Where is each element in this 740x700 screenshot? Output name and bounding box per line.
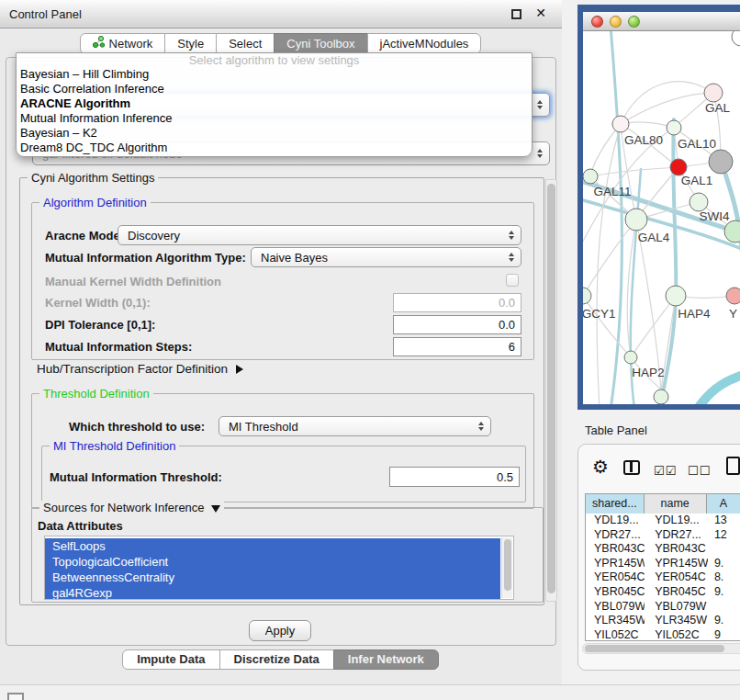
manual-kernel-checkbox[interactable] bbox=[506, 274, 519, 287]
table-cell: YBL079W bbox=[645, 600, 708, 615]
network-node-y[interactable] bbox=[726, 288, 740, 304]
network-node-swi4[interactable] bbox=[690, 193, 708, 211]
combo-arrows-icon bbox=[537, 149, 543, 158]
network-node-gal4[interactable] bbox=[625, 209, 647, 231]
function-builder-icon[interactable] bbox=[726, 457, 740, 475]
float-window-icon[interactable] bbox=[511, 9, 521, 19]
minimize-traffic-light[interactable] bbox=[610, 16, 622, 28]
column-header-2[interactable]: A bbox=[707, 494, 740, 514]
table-row[interactable]: YPR145WYPR145W9. bbox=[586, 557, 740, 571]
table-row[interactable]: YBR043CYBR043C bbox=[586, 542, 740, 557]
table-row[interactable]: YBL079WYBL079W bbox=[586, 600, 740, 615]
table-row[interactable]: YER054CYER054C8. bbox=[586, 570, 740, 585]
network-node-gcy1[interactable] bbox=[583, 288, 591, 304]
sources-title[interactable]: Sources for Network Inference bbox=[39, 501, 224, 514]
attribute-item[interactable]: SelfLoops bbox=[45, 538, 500, 554]
network-node-label: GAL11 bbox=[593, 185, 631, 198]
table-cell: YBR043C bbox=[645, 542, 708, 557]
control-panel-title: Control Panel bbox=[9, 7, 82, 21]
tab-cyni-toolbox[interactable]: Cyni Toolbox bbox=[274, 33, 367, 54]
network-node[interactable] bbox=[709, 150, 733, 174]
network-node-gal[interactable] bbox=[704, 84, 723, 102]
mi-type-value: Naive Bayes bbox=[261, 251, 328, 265]
zoom-traffic-light[interactable] bbox=[628, 16, 640, 28]
threshold-definition-group: Threshold Definition Which threshold to … bbox=[31, 393, 534, 509]
table-hscrollbar[interactable] bbox=[582, 643, 740, 654]
tab-discretize-data[interactable]: Discretize Data bbox=[219, 649, 334, 670]
mi-threshold-field[interactable]: 0.5 bbox=[389, 467, 520, 487]
algorithm-option[interactable]: Bayesian – K2 bbox=[17, 126, 532, 141]
column-header-1[interactable]: name bbox=[645, 494, 707, 514]
network-edge bbox=[621, 93, 713, 124]
attribute-item[interactable]: BetweennessCentrality bbox=[45, 570, 500, 585]
network-node-label: GAL1 bbox=[681, 174, 713, 187]
settings-scrollbar[interactable] bbox=[545, 179, 557, 602]
table-cell: YPR145W bbox=[645, 557, 708, 571]
algorithm-option[interactable]: Bayesian – Hill Climbing bbox=[17, 67, 532, 82]
tab-label: Style bbox=[177, 34, 204, 53]
table-cell: YPR145W bbox=[586, 557, 645, 571]
network-node-gal80[interactable] bbox=[612, 116, 629, 132]
settings-gear-icon[interactable]: ⚙ bbox=[592, 456, 609, 478]
sources-group: Sources for Network Inference Data Attri… bbox=[31, 507, 544, 603]
which-threshold-label: Which threshold to use: bbox=[69, 420, 205, 434]
which-threshold-value: MI Threshold bbox=[229, 420, 298, 434]
mi-steps-label: Mutual Information Steps: bbox=[45, 340, 192, 354]
table-row[interactable]: YDL19...YDL19...13 bbox=[586, 514, 740, 528]
table-row[interactable]: YBR045CYBR045C9. bbox=[586, 585, 740, 600]
close-icon[interactable]: ✕ bbox=[535, 6, 546, 20]
algorithm-option[interactable]: ARACNE Algorithm bbox=[17, 96, 532, 111]
column-view-icon[interactable] bbox=[623, 460, 640, 475]
attribute-item[interactable]: gal4RGexp bbox=[45, 585, 500, 600]
network-node-hap4[interactable] bbox=[666, 286, 686, 306]
tab-label: Network bbox=[109, 34, 153, 53]
network-canvas[interactable]: GALGAL80GAL10GAL1GAL11SWI4GAL4GCY1HAP4YH… bbox=[583, 31, 740, 404]
dpi-tolerance-field[interactable]: 0.0 bbox=[393, 315, 521, 334]
tab-style[interactable]: Style bbox=[164, 33, 217, 54]
apply-label: Apply bbox=[265, 624, 296, 638]
data-attributes-list[interactable]: SelfLoopsTopologicalCoefficientBetweenne… bbox=[44, 536, 514, 600]
network-edge bbox=[697, 372, 740, 404]
network-view-frame: GALGAL80GAL10GAL1GAL11SWI4GAL4GCY1HAP4YH… bbox=[577, 5, 740, 410]
deselect-all-icon[interactable]: ☐☐ bbox=[688, 464, 711, 478]
mi-steps-field[interactable]: 6 bbox=[393, 337, 521, 356]
control-panel-titlebar: Control Panel ✕ bbox=[0, 0, 562, 28]
mi-threshold-label: Mutual Information Threshold: bbox=[50, 470, 222, 484]
column-header-0[interactable]: shared... bbox=[586, 494, 645, 514]
network-node[interactable] bbox=[724, 220, 740, 243]
table-cell bbox=[708, 600, 740, 615]
list-scrollbar[interactable] bbox=[501, 537, 512, 598]
algorithm-option[interactable]: Mutual Information Inference bbox=[17, 111, 532, 126]
network-node[interactable] bbox=[654, 390, 668, 404]
table-row[interactable]: YLR345WYLR345W9. bbox=[586, 614, 740, 628]
apply-button[interactable]: Apply bbox=[249, 620, 311, 641]
table-row[interactable]: YDR27...YDR27...12 bbox=[586, 528, 740, 543]
tab-impute-data[interactable]: Impute Data bbox=[122, 649, 219, 670]
select-all-icon[interactable]: ☑☑ bbox=[654, 464, 677, 478]
network-node-gal10[interactable] bbox=[667, 120, 681, 135]
close-traffic-light[interactable] bbox=[591, 16, 603, 28]
combo-arrows-icon bbox=[509, 253, 514, 262]
algorithm-option[interactable]: Basic Correlation Inference bbox=[17, 82, 532, 96]
tab-jactivemnodules[interactable]: jActiveMNodules bbox=[367, 33, 482, 54]
algorithm-dropdown-popup: Select algorithm to view settings Bayesi… bbox=[16, 52, 533, 157]
tab-select[interactable]: Select bbox=[216, 33, 275, 54]
network-node-gal11[interactable] bbox=[583, 169, 598, 184]
network-edge bbox=[621, 82, 713, 124]
tab-infer-network[interactable]: Infer Network bbox=[333, 649, 439, 670]
table-cell: YBL079W bbox=[586, 600, 645, 615]
hub-definition-expander[interactable]: Hub/Transcription Factor Definition bbox=[37, 362, 243, 376]
network-node[interactable] bbox=[732, 31, 740, 46]
network-node-hap2[interactable] bbox=[624, 351, 637, 364]
aracne-mode-combo[interactable]: Discovery bbox=[118, 225, 521, 245]
bottom-strip bbox=[0, 684, 740, 700]
kernel-width-field[interactable]: 0.0 bbox=[393, 293, 521, 312]
mi-type-combo[interactable]: Naive Bayes bbox=[251, 247, 521, 267]
attribute-item[interactable]: TopologicalCoefficient bbox=[45, 554, 500, 570]
tab-network[interactable]: Network bbox=[80, 33, 166, 54]
algorithm-option[interactable]: Dream8 DC_TDC Algorithm bbox=[17, 141, 532, 155]
cut-off-icon[interactable] bbox=[7, 693, 24, 700]
table-row[interactable]: YIL052CYIL052C9 bbox=[586, 628, 740, 641]
table-cell bbox=[708, 542, 740, 557]
which-threshold-combo[interactable]: MI Threshold bbox=[219, 416, 491, 436]
